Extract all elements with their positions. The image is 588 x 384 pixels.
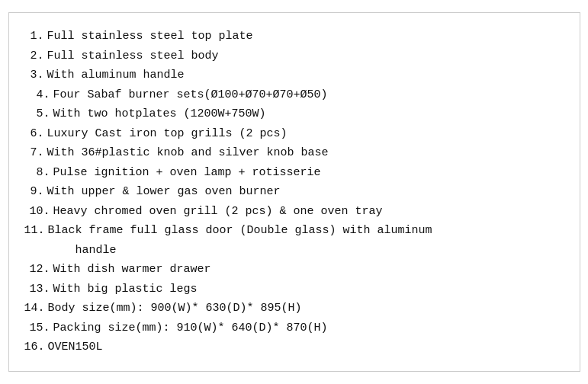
- list-item: 12.With dish warmer drawer: [24, 260, 564, 280]
- item-text: Full stainless steel top plate: [47, 27, 564, 46]
- item-text: With two hotplates (1200W+750W): [53, 104, 564, 124]
- item-text: Heavy chromed oven grill (2 pcs) & one o…: [53, 202, 564, 222]
- list-item: 11.Black frame full glass door (Double g…: [24, 221, 564, 260]
- item-number: 7.: [24, 143, 47, 163]
- item-text: OVEN150L: [48, 338, 564, 357]
- main-container: 1.Full stainless steel top plate2.Full s…: [8, 12, 580, 372]
- item-text: Black frame full glass door (Double glas…: [48, 221, 564, 260]
- list-item: 1.Full stainless steel top plate: [24, 27, 564, 46]
- item-number: 15.: [24, 318, 53, 338]
- item-text: Body size(mm): 900(W)* 630(D)* 895(H): [48, 299, 564, 318]
- item-number: 5.: [24, 104, 53, 124]
- list-item: 8.Pulse ignition + oven lamp + rotisseri…: [24, 163, 564, 183]
- item-number: 10.: [24, 202, 53, 222]
- item-text: With big plastic legs: [53, 280, 564, 299]
- item-number: 4.: [24, 85, 53, 105]
- list-item: 6.Luxury Cast iron top grills (2 pcs): [24, 124, 564, 144]
- item-text: Four Sabaf burner sets(Ø100+Ø70+Ø70+Ø50): [53, 85, 564, 105]
- list-item: 16.OVEN150L: [24, 338, 564, 357]
- item-number: 1.: [24, 27, 47, 46]
- item-number: 13.: [24, 280, 53, 299]
- list-item: 9.With upper & lower gas oven burner: [24, 182, 564, 202]
- item-number: 3.: [24, 66, 47, 85]
- item-number: 12.: [24, 260, 53, 280]
- item-number: 8.: [24, 163, 53, 183]
- item-text: With dish warmer drawer: [53, 260, 564, 280]
- item-number: 6.: [24, 124, 47, 144]
- item-text: Luxury Cast iron top grills (2 pcs): [47, 124, 564, 144]
- list-item: 4.Four Sabaf burner sets(Ø100+Ø70+Ø70+Ø5…: [24, 85, 564, 105]
- list-item: 5.With two hotplates (1200W+750W): [24, 104, 564, 124]
- list-item: 7.With 36#plastic knob and silver knob b…: [24, 143, 564, 163]
- item-text: With aluminum handle: [47, 66, 564, 85]
- list-item: 13.With big plastic legs: [24, 280, 564, 299]
- item-text: Pulse ignition + oven lamp + rotisserie: [53, 163, 564, 183]
- item-number: 9.: [24, 182, 47, 202]
- list-item: 15.Packing size(mm): 910(W)* 640(D)* 870…: [24, 318, 564, 338]
- item-text: Packing size(mm): 910(W)* 640(D)* 870(H): [53, 318, 564, 338]
- item-text: Full stainless steel body: [47, 46, 564, 66]
- item-text: With upper & lower gas oven burner: [47, 182, 564, 202]
- item-number: 11.: [24, 221, 48, 260]
- list-item: 3.With aluminum handle: [24, 66, 564, 85]
- list-item: 2.Full stainless steel body: [24, 46, 564, 66]
- item-text: With 36#plastic knob and silver knob bas…: [47, 143, 564, 163]
- list-item: 10.Heavy chromed oven grill (2 pcs) & on…: [24, 202, 564, 222]
- item-number: 16.: [24, 338, 48, 357]
- list-item: 14.Body size(mm): 900(W)* 630(D)* 895(H): [24, 299, 564, 318]
- item-number: 14.: [24, 299, 48, 318]
- item-number: 2.: [24, 46, 47, 66]
